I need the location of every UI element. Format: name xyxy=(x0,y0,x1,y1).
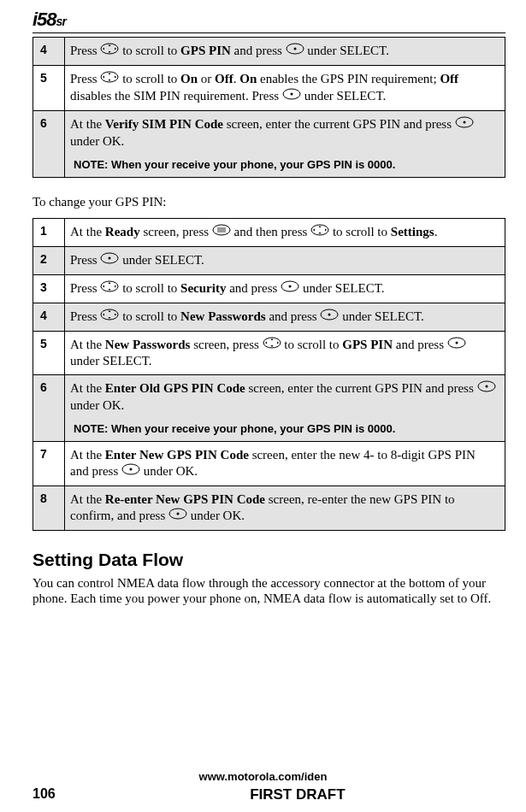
scroll-icon xyxy=(310,224,329,240)
step-text: At the New Passwords screen, press to sc… xyxy=(65,331,505,375)
scroll-icon xyxy=(100,71,119,87)
softkey-icon xyxy=(281,280,299,297)
steps-table-2: 1 At the Ready screen, press and then pr… xyxy=(33,218,505,531)
step-number: 1 xyxy=(33,218,65,246)
step-number: 2 xyxy=(33,246,65,274)
table-row: 3 Press to scroll to Security and press … xyxy=(33,274,505,303)
logo-suffix: sr xyxy=(56,15,66,28)
step-text: Press to scroll to On or Off. On enables… xyxy=(65,65,505,110)
step-number: 4 xyxy=(33,38,65,66)
table-row: 6 At the Verify SIM PIN Code screen, ent… xyxy=(33,110,505,177)
table-row: 7 At the Enter New GPS PIN Code screen, … xyxy=(33,442,505,486)
section-paragraph: You can control NMEA data flow through t… xyxy=(33,575,505,608)
intro-text: To change your GPS PIN: xyxy=(33,195,505,209)
step-number: 5 xyxy=(33,331,65,375)
page-number: 106 xyxy=(33,786,56,803)
step-text: At the Enter New GPS PIN Code screen, en… xyxy=(65,442,505,486)
table-row: 4 Press to scroll to New Passwords and p… xyxy=(33,303,505,331)
step-number: 7 xyxy=(33,442,65,486)
step-number: 6 xyxy=(33,375,65,442)
softkey-icon xyxy=(121,463,140,480)
note-text: NOTE: When your receive your phone, your… xyxy=(74,158,496,172)
softkey-icon xyxy=(282,88,301,104)
step-text: Press to scroll to GPS PIN and press und… xyxy=(65,38,505,66)
table-row: 8 At the Re-enter New GPS PIN Code scree… xyxy=(33,485,505,530)
step-number: 3 xyxy=(33,274,65,303)
step-text: Press to scroll to Security and press un… xyxy=(65,274,505,303)
scroll-icon xyxy=(263,337,281,353)
table-row: 6 At the Enter Old GPS PIN Code screen, … xyxy=(33,375,505,442)
scroll-icon xyxy=(100,309,119,325)
softkey-icon xyxy=(286,43,304,59)
step-number: 8 xyxy=(33,485,65,530)
softkey-icon xyxy=(477,380,496,397)
scroll-icon xyxy=(100,280,119,297)
footer-url: www.motorola.com/iden xyxy=(0,770,526,783)
header-rule xyxy=(33,32,505,33)
table-row: 5 At the New Passwords screen, press to … xyxy=(33,331,505,375)
table-row: 2 Press under SELECT. xyxy=(33,246,505,274)
logo-main: i58 xyxy=(33,9,56,30)
step-number: 5 xyxy=(33,65,65,110)
note-text: NOTE: When your receive your phone, your… xyxy=(74,422,496,436)
step-text: At the Verify SIM PIN Code screen, enter… xyxy=(65,110,505,177)
table-row: 1 At the Ready screen, press and then pr… xyxy=(33,218,505,246)
step-number: 4 xyxy=(33,303,65,331)
step-text: Press under SELECT. xyxy=(65,246,505,274)
footer-line: 106 FIRST DRAFT xyxy=(33,786,505,803)
softkey-icon xyxy=(455,116,474,132)
step-text: At the Ready screen, press and then pres… xyxy=(65,218,505,246)
step-text: At the Re-enter New GPS PIN Code screen,… xyxy=(65,485,505,530)
softkey-icon xyxy=(320,309,339,325)
step-text: At the Enter Old GPS PIN Code screen, en… xyxy=(65,375,505,442)
menu-icon xyxy=(212,224,231,240)
table-row: 4 Press to scroll to GPS PIN and press u… xyxy=(33,38,505,66)
step-number: 6 xyxy=(33,110,65,177)
step-text: Press to scroll to New Passwords and pre… xyxy=(65,303,505,331)
draft-label: FIRST DRAFT xyxy=(250,786,345,803)
softkey-icon xyxy=(168,508,187,524)
page: i58sr 4 Press to scroll to GPS PIN and p… xyxy=(0,0,526,812)
softkey-icon xyxy=(447,337,466,353)
section-heading: Setting Data Flow xyxy=(33,550,505,570)
scroll-icon xyxy=(100,43,119,59)
steps-table-1: 4 Press to scroll to GPS PIN and press u… xyxy=(33,37,505,178)
table-row: 5 Press to scroll to On or Off. On enabl… xyxy=(33,65,505,110)
softkey-icon xyxy=(100,252,119,268)
footer-spacer xyxy=(471,786,505,803)
model-logo: i58sr xyxy=(33,9,505,31)
